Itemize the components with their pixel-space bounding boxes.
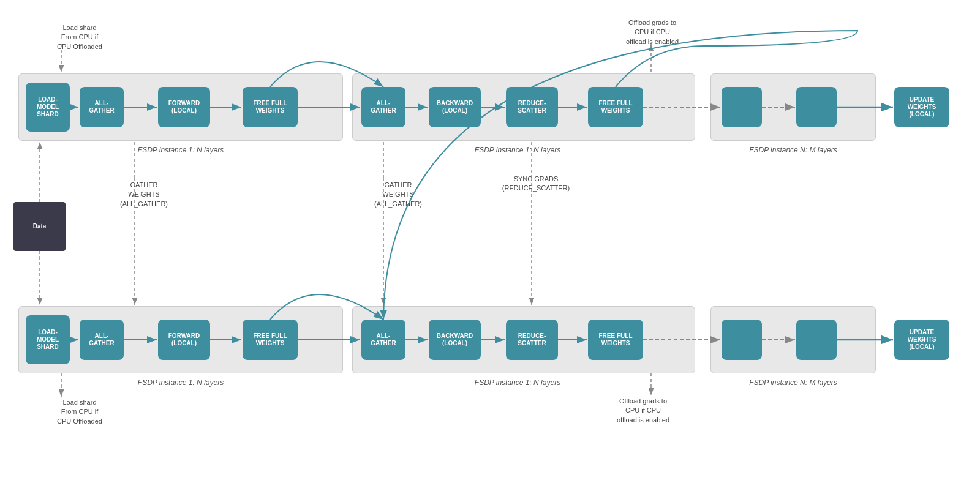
top-free-full-weights-2: FREE FULLWEIGHTS <box>588 87 643 127</box>
top-right-annotation: Offload grads to CPU if CPU offload is e… <box>603 18 701 47</box>
top-reduce-scatter: REDUCE-SCATTER <box>506 87 558 127</box>
bottom-load-model-shard: LOAD-MODELSHARD <box>26 315 70 364</box>
bottom-left-annotation: Load shard From CPU if CPU Offloaded <box>43 398 116 426</box>
bottom-n-node-1 <box>722 320 762 360</box>
top-free-full-weights-1: FREE FULLWEIGHTS <box>243 87 298 127</box>
arrows-overlay <box>0 0 980 483</box>
middle-sync-grads: SYNC GRADS (REDUCE_SCATTER) <box>490 174 582 193</box>
top-n-node-1 <box>722 87 762 127</box>
bottom-forward-local: FORWARD(LOCAL) <box>158 320 210 360</box>
top-all-gather-2: ALL-GATHER <box>361 87 405 127</box>
middle-left-gather: GATHER WEIGHTS (ALL_GATHER) <box>107 181 181 209</box>
data-box: Data <box>13 202 66 251</box>
top-update-weights: UPDATEWEIGHTS(LOCAL) <box>894 87 949 127</box>
bottom-fsdpN-label: FSDP instance N: M layers <box>710 378 876 387</box>
top-n-node-2 <box>796 87 837 127</box>
diagram-container: FSDP instance 1: N layers FSDP instance … <box>0 0 980 483</box>
bottom-reduce-scatter: REDUCE-SCATTER <box>506 320 558 360</box>
bottom-all-gather-1: ALL-GATHER <box>80 320 124 360</box>
bottom-right-annotation: Offload grads to CPU if CPU offload is e… <box>594 397 692 425</box>
bottom-fsdp1-forward-label: FSDP instance 1: N layers <box>80 378 282 387</box>
top-fsdp1-forward-label: FSDP instance 1: N layers <box>80 146 282 154</box>
bottom-fsdp1-backward-label: FSDP instance 1: N layers <box>407 378 628 387</box>
top-fsdp1-backward-label: FSDP instance 1: N layers <box>407 146 628 154</box>
top-backward-local: BACKWARD(LOCAL) <box>429 87 481 127</box>
bottom-free-full-weights-1: FREE FULLWEIGHTS <box>243 320 298 360</box>
top-load-model-shard: LOAD-MODELSHARD <box>26 83 70 132</box>
bottom-update-weights: UPDATEWEIGHTS(LOCAL) <box>894 320 949 360</box>
bottom-n-node-2 <box>796 320 837 360</box>
bottom-all-gather-2: ALL-GATHER <box>361 320 405 360</box>
top-fsdpN-label: FSDP instance N: M layers <box>710 146 876 154</box>
bottom-free-full-weights-2: FREE FULLWEIGHTS <box>588 320 643 360</box>
bottom-backward-local: BACKWARD(LOCAL) <box>429 320 481 360</box>
top-all-gather-1: ALL-GATHER <box>80 87 124 127</box>
top-forward-local: FORWARD(LOCAL) <box>158 87 210 127</box>
middle-center-gather: GATHER WEIGHTS (ALL_GATHER) <box>361 181 435 209</box>
top-left-annotation: Load shard From CPU if CPU Offloaded <box>43 23 116 51</box>
